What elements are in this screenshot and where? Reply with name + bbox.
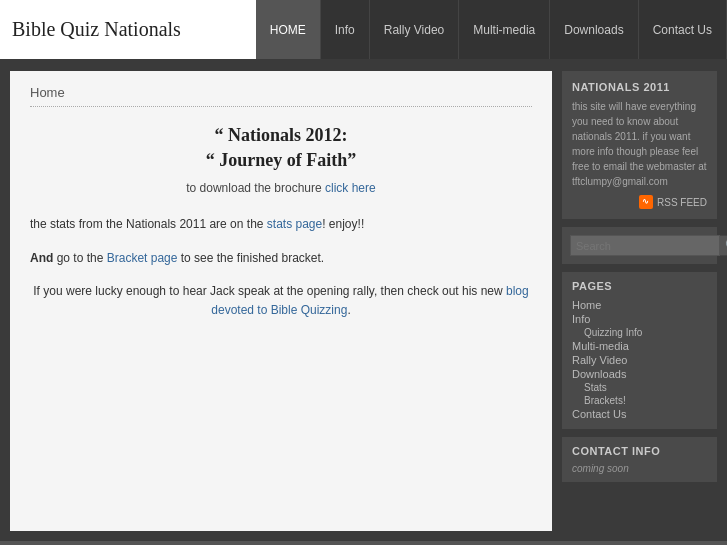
search-widget: 🔍	[562, 227, 717, 264]
rss-icon: ∿	[639, 195, 653, 209]
nav-downloads[interactable]: Downloads	[550, 0, 638, 59]
pages-widget: PAGES Home Info Quizzing Info Multi-medi…	[562, 272, 717, 429]
page-info[interactable]: Info	[572, 312, 707, 326]
rss-label: RSS FEED	[657, 197, 707, 208]
nav-home[interactable]: HOME	[256, 0, 321, 59]
page-brackets[interactable]: Brackets!	[572, 394, 707, 407]
download-line: to download the brochure click here	[30, 181, 532, 195]
bracket-link[interactable]: Bracket page	[107, 251, 178, 265]
download-prefix: to download the brochure	[186, 181, 325, 195]
sidebar: NATIONALS 2011 this site will have every…	[562, 71, 717, 531]
contact-text: coming soon	[572, 463, 707, 474]
bracket-suffix: to see the finished bracket.	[177, 251, 324, 265]
jack-prefix: If you were lucky enough to hear Jack sp…	[33, 284, 506, 298]
contact-widget-title: CONTACT INFO	[572, 445, 707, 457]
nav-rally-video[interactable]: Rally Video	[370, 0, 459, 59]
content-area: Home “ Nationals 2012:“ Journey of Faith…	[10, 71, 552, 531]
page-home[interactable]: Home	[572, 298, 707, 312]
rss-feed-link[interactable]: ∿ RSS FEED	[572, 195, 707, 209]
jack-suffix: .	[347, 303, 350, 317]
nationals-widget: NATIONALS 2011 this site will have every…	[562, 71, 717, 219]
bracket-block: And go to the Bracket page to see the fi…	[30, 249, 532, 268]
page-stats[interactable]: Stats	[572, 381, 707, 394]
nav-multi-media[interactable]: Multi-media	[459, 0, 550, 59]
page-multi-media[interactable]: Multi-media	[572, 339, 707, 353]
page-quizzing-info[interactable]: Quizzing Info	[572, 326, 707, 339]
site-title: Bible Quiz Nationals	[12, 18, 256, 41]
pages-widget-title: PAGES	[572, 280, 707, 292]
and-text: And	[30, 251, 53, 265]
home-label: Home	[30, 85, 532, 107]
search-input[interactable]	[570, 235, 720, 256]
nationals-widget-title: NATIONALS 2011	[572, 81, 707, 93]
bracket-prefix: go to the	[53, 251, 106, 265]
contact-widget: CONTACT INFO coming soon	[562, 437, 717, 482]
nav-info[interactable]: Info	[321, 0, 370, 59]
jack-block: If you were lucky enough to hear Jack sp…	[30, 282, 532, 320]
nav-contact-us[interactable]: Contact Us	[639, 0, 727, 59]
click-here-link[interactable]: click here	[325, 181, 376, 195]
stats-block: the stats from the Nationals 2011 are on…	[30, 215, 532, 234]
page-contact-us[interactable]: Contact Us	[572, 407, 707, 421]
nationals-widget-text: this site will have everything you need …	[572, 99, 707, 189]
pages-list: Home Info Quizzing Info Multi-media Rall…	[572, 298, 707, 421]
page-rally-video[interactable]: Rally Video	[572, 353, 707, 367]
main-nav: HOME Info Rally Video Multi-media Downlo…	[256, 0, 727, 59]
search-button[interactable]: 🔍	[720, 235, 727, 256]
stats-suffix: ! enjoy!!	[322, 217, 364, 231]
main-heading: “ Nationals 2012:“ Journey of Faith”	[30, 123, 532, 173]
stats-page-link[interactable]: stats page	[267, 217, 322, 231]
stats-prefix: the stats from the Nationals 2011 are on…	[30, 217, 267, 231]
page-downloads[interactable]: Downloads	[572, 367, 707, 381]
